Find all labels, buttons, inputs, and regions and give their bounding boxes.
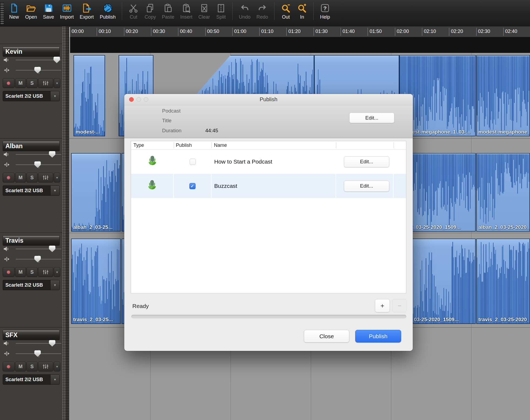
- volume-slider-thumb[interactable]: [53, 57, 60, 63]
- track-name-field[interactable]: Kevin: [3, 47, 60, 57]
- volume-slider[interactable]: [16, 249, 61, 249]
- audio-clip-travis[interactable]: travis_2_03-25...: [71, 239, 121, 324]
- record-arm-button[interactable]: [3, 78, 15, 88]
- toolbar-export-button[interactable]: Export: [77, 0, 96, 21]
- volume-slider-thumb[interactable]: [49, 246, 55, 252]
- toolbar-split-button[interactable]: Split: [213, 0, 229, 21]
- toolbar-help-button[interactable]: ?Help: [317, 0, 333, 21]
- volume-slider-thumb[interactable]: [49, 340, 55, 347]
- pan-slider-thumb[interactable]: [34, 161, 41, 168]
- toolbar-insert-button[interactable]: Insert: [178, 0, 195, 21]
- track-options-button[interactable]: ▼: [54, 362, 60, 371]
- publish-action-button[interactable]: Publish: [355, 330, 401, 343]
- track-name-travis: Travis: [5, 237, 24, 244]
- input-device-select[interactable]: Scarlett 2i2 USB ▼: [3, 91, 60, 101]
- mute-button[interactable]: M: [15, 173, 26, 182]
- import-waveform-icon: [62, 2, 72, 14]
- input-device-select[interactable]: Scarlett 2i2 USB ▼: [3, 185, 60, 196]
- add-podcast-button[interactable]: +: [375, 299, 390, 312]
- toolbar-button-label: Redo: [256, 14, 268, 20]
- volume-slider[interactable]: [16, 343, 61, 344]
- record-arm-button[interactable]: [3, 362, 15, 371]
- toolbar-new-button[interactable]: New: [6, 0, 22, 21]
- close-window-button[interactable]: [129, 97, 134, 102]
- podcast-row-edit-button[interactable]: Edit...: [344, 181, 389, 192]
- timeline-ruler[interactable]: 00:0000:1000:2000:3000:4000:5001:0001:10…: [69, 26, 530, 37]
- toolbar-copy-button[interactable]: Copy: [142, 0, 158, 21]
- column-divider[interactable]: [336, 142, 336, 148]
- column-header-name[interactable]: Name: [214, 143, 227, 148]
- toolbar-undo-button[interactable]: Undo: [236, 0, 253, 21]
- ruler-tick: 01:10: [259, 28, 260, 36]
- toolbar-import-button[interactable]: Import: [58, 0, 76, 21]
- toolbar-open-button[interactable]: Open: [23, 0, 39, 21]
- podcast-edit-button[interactable]: Edit...: [349, 113, 394, 123]
- mute-button[interactable]: M: [15, 362, 26, 371]
- record-arm-button[interactable]: [3, 173, 15, 182]
- solo-button[interactable]: S: [26, 362, 38, 371]
- podcast-row[interactable]: Buzzcast Edit...: [131, 174, 406, 198]
- toolbar-cut-button[interactable]: Cut: [126, 0, 141, 21]
- toolbar-clear-button[interactable]: Clear: [196, 0, 212, 21]
- column-divider[interactable]: [394, 142, 394, 148]
- minimize-window-button[interactable]: [136, 97, 141, 102]
- mute-button[interactable]: M: [15, 267, 26, 277]
- track-name-field[interactable]: Travis: [3, 236, 60, 246]
- ruler-tick: 01:00: [232, 28, 233, 36]
- podcast-row-edit-button[interactable]: Edit...: [344, 156, 389, 167]
- column-header-type[interactable]: Type: [133, 143, 144, 148]
- volume-slider[interactable]: [16, 154, 61, 155]
- publish-checkbox[interactable]: [190, 159, 196, 165]
- toolbar-in-button[interactable]: In: [294, 0, 310, 21]
- solo-button[interactable]: S: [26, 173, 38, 182]
- audio-clip-alban[interactable]: alban_2_03-25-2020_1509...: [476, 153, 530, 232]
- pan-slider[interactable]: [16, 259, 61, 259]
- pan-slider[interactable]: [16, 164, 61, 165]
- record-arm-button[interactable]: [3, 267, 15, 277]
- pan-slider[interactable]: [16, 353, 61, 354]
- pan-slider-thumb[interactable]: [34, 350, 41, 357]
- track-options-button[interactable]: ▼: [54, 78, 60, 88]
- export-document-icon: [82, 2, 92, 14]
- audio-clip-travis[interactable]: travis_2_03-25-2020_1509...: [476, 239, 530, 324]
- track-options-button[interactable]: ▼: [54, 173, 60, 182]
- toolbar-out-button[interactable]: Out: [278, 0, 293, 21]
- input-device-select[interactable]: Scarlett 2i2 USB ▼: [3, 374, 60, 385]
- column-divider[interactable]: [212, 142, 212, 148]
- mixer-button[interactable]: [38, 173, 53, 182]
- volume-slider-thumb[interactable]: [49, 151, 55, 158]
- close-button[interactable]: Close: [304, 330, 349, 343]
- toolbar-paste-button[interactable]: Paste: [159, 0, 177, 21]
- column-divider[interactable]: [174, 142, 174, 148]
- podcast-row[interactable]: How to Start a Podcast Edit...: [131, 150, 406, 174]
- audio-clip-alban[interactable]: alban_2_03-25...: [71, 153, 121, 232]
- track-name-field[interactable]: SFX: [3, 330, 60, 340]
- mixer-button[interactable]: [38, 78, 53, 88]
- pan-slider-thumb[interactable]: [34, 256, 41, 262]
- toolbar-drag-handle[interactable]: [1, 2, 4, 24]
- mute-button[interactable]: M: [15, 78, 26, 88]
- dialog-titlebar[interactable]: Publish: [124, 94, 413, 105]
- pan-slider-thumb[interactable]: [34, 67, 41, 73]
- solo-button[interactable]: S: [26, 78, 38, 88]
- toolbar-redo-button[interactable]: Redo: [254, 0, 270, 21]
- column-header-publish[interactable]: Publish: [176, 143, 192, 148]
- mixer-button[interactable]: [38, 267, 53, 277]
- track-name-field[interactable]: Alban: [3, 141, 60, 151]
- solo-button[interactable]: S: [26, 267, 38, 277]
- toolbar-save-button[interactable]: Save: [41, 0, 56, 21]
- audio-clip-kevin[interactable]: modest-...: [73, 55, 105, 136]
- pan-slider[interactable]: [16, 70, 61, 70]
- publish-checkbox[interactable]: [189, 183, 196, 189]
- playhead-marker[interactable]: [69, 27, 70, 53]
- remove-podcast-button[interactable]: −: [392, 299, 407, 312]
- track-options-button[interactable]: ▼: [54, 267, 60, 277]
- panel-resize-handle[interactable]: [62, 26, 69, 420]
- toolbar-separator: [122, 2, 122, 20]
- audio-clip-kevin[interactable]: modest-megaphone_1_03-...: [476, 55, 530, 136]
- input-device-select[interactable]: Scarlett 2i2 USB ▼: [3, 280, 60, 290]
- toolbar-publish-button[interactable]: Publish: [97, 0, 118, 21]
- volume-slider[interactable]: [16, 60, 61, 60]
- zoom-window-button[interactable]: [144, 97, 148, 102]
- mixer-button[interactable]: [38, 362, 53, 371]
